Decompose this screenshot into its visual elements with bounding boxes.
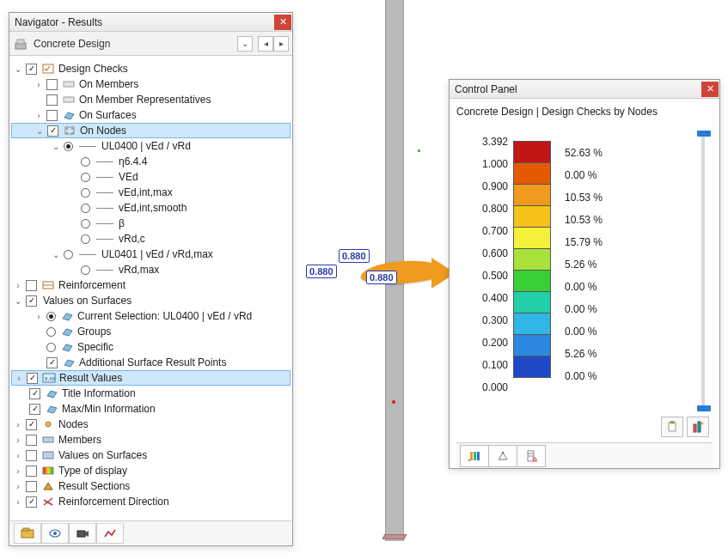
value-label-3[interactable]: 0.880 xyxy=(366,271,397,284)
tab-color-scale[interactable] xyxy=(460,445,489,467)
tree-item-reinf-direction[interactable]: › Reinforcement Direction xyxy=(11,494,291,509)
expand-toggle[interactable]: ⌄ xyxy=(51,249,61,259)
checkbox[interactable] xyxy=(29,388,40,399)
tab-visibility-button[interactable] xyxy=(41,523,69,544)
expand-toggle[interactable]: › xyxy=(34,110,44,120)
legend-swatch[interactable] xyxy=(513,184,551,206)
legend-swatch[interactable] xyxy=(513,356,551,378)
expand-toggle[interactable]: ⌄ xyxy=(13,295,23,306)
tree-item-on-members[interactable]: › On Members xyxy=(11,76,291,92)
checkbox[interactable] xyxy=(29,404,40,415)
navigator-close-button[interactable]: ✕ xyxy=(274,15,291,30)
tree-item-specific[interactable]: Specific xyxy=(11,339,291,355)
checkbox[interactable] xyxy=(26,466,37,477)
radio-button[interactable] xyxy=(64,250,73,259)
legend-swatch[interactable] xyxy=(513,162,551,185)
radio-button[interactable] xyxy=(81,204,90,213)
scale-options-button[interactable] xyxy=(687,417,709,437)
model-viewport[interactable]: 0.880 0.880 0.880 xyxy=(308,0,458,560)
expand-toggle[interactable]: › xyxy=(13,280,23,290)
tab-factors[interactable] xyxy=(488,445,517,467)
checkbox[interactable] xyxy=(26,496,37,508)
expand-toggle[interactable]: › xyxy=(34,79,44,89)
checkbox[interactable] xyxy=(26,435,37,446)
tree-item-vrdc[interactable]: vRd,c xyxy=(11,231,291,247)
tree-item-eta[interactable]: η6.4.4 xyxy=(11,154,291,169)
tree-item-vedintmax[interactable]: vEd,int,max xyxy=(11,185,291,200)
expand-toggle[interactable]: › xyxy=(13,450,23,460)
checkbox[interactable] xyxy=(47,125,58,137)
tree-item-ul0400[interactable]: ⌄ UL0400 | vEd / vRd xyxy=(11,138,291,154)
clipboard-button[interactable] xyxy=(661,417,683,437)
expand-toggle[interactable]: ⌄ xyxy=(13,64,23,74)
tree-item-result-sections[interactable]: › Result Sections xyxy=(11,478,291,494)
tree-item-ul0401[interactable]: ⌄ UL0401 | vEd / vRd,max xyxy=(11,247,291,262)
checkbox[interactable] xyxy=(26,450,37,461)
expand-toggle[interactable]: › xyxy=(13,419,23,429)
range-slider-track[interactable] xyxy=(701,133,705,409)
tab-results-button[interactable] xyxy=(96,523,124,544)
tab-filter[interactable] xyxy=(517,445,546,467)
value-label-1[interactable]: 0.880 xyxy=(306,265,337,278)
expand-toggle[interactable]: › xyxy=(13,466,23,476)
tree-item-members[interactable]: › Members xyxy=(11,432,291,447)
legend-swatch[interactable] xyxy=(513,270,551,292)
tree-item-design-checks[interactable]: ⌄ Design Checks xyxy=(11,61,291,76)
expand-toggle[interactable]: › xyxy=(13,496,23,507)
radio-button[interactable] xyxy=(64,142,73,151)
legend-swatch[interactable] xyxy=(513,227,551,249)
expand-toggle[interactable]: › xyxy=(34,311,44,321)
legend-swatch[interactable] xyxy=(513,313,551,335)
control-panel-close-button[interactable]: ✕ xyxy=(701,82,719,97)
nav-prev-button[interactable]: ◂ xyxy=(258,36,273,52)
tree-item-type-of-display[interactable]: › Type of display xyxy=(11,463,291,478)
navigator-titlebar[interactable]: Navigator - Results ✕ xyxy=(9,13,292,32)
tree-item-result-values[interactable]: › x.xx Result Values xyxy=(11,370,291,386)
navigator-category-label[interactable]: Concrete Design xyxy=(34,38,232,50)
checkbox[interactable] xyxy=(26,419,37,430)
radio-button[interactable] xyxy=(46,312,56,321)
checkbox[interactable] xyxy=(46,357,58,368)
radio-button[interactable] xyxy=(81,234,90,244)
tree-item-on-nodes[interactable]: ⌄ On Nodes xyxy=(11,123,291,138)
tree-item-ved[interactable]: VEd xyxy=(11,169,291,185)
tree-item-vrdmax[interactable]: vRd,max xyxy=(11,262,291,277)
tab-views-button[interactable] xyxy=(14,523,41,544)
radio-button[interactable] xyxy=(81,157,90,167)
navigator-tree[interactable]: ⌄ Design Checks › On Members On Member R… xyxy=(11,58,291,518)
expand-toggle[interactable]: › xyxy=(13,435,23,445)
tree-item-values-on-surfaces2[interactable]: › Values on Surfaces xyxy=(11,447,291,463)
tree-item-nodes[interactable]: › Nodes xyxy=(11,417,291,432)
tree-item-on-member-reps[interactable]: On Member Representatives xyxy=(11,92,291,107)
legend-swatch[interactable] xyxy=(513,334,551,356)
radio-button[interactable] xyxy=(81,265,90,275)
tree-item-maxmin[interactable]: Max/Min Information xyxy=(11,401,291,417)
tree-item-groups[interactable]: Groups xyxy=(11,324,291,339)
range-slider-max-handle[interactable] xyxy=(697,131,711,137)
legend-swatch[interactable] xyxy=(513,291,551,313)
tree-item-reinforcement[interactable]: › Reinforcement xyxy=(11,277,291,293)
radio-button[interactable] xyxy=(81,219,90,228)
radio-button[interactable] xyxy=(46,327,56,337)
tree-item-addl-surface-pts[interactable]: Additional Surface Result Points xyxy=(11,355,291,370)
control-panel-titlebar[interactable]: Control Panel ✕ xyxy=(450,80,719,99)
nav-next-button[interactable]: ▸ xyxy=(273,36,289,52)
radio-button[interactable] xyxy=(81,173,90,182)
expand-toggle[interactable]: › xyxy=(14,373,24,383)
checkbox[interactable] xyxy=(26,280,37,291)
expand-toggle[interactable]: ⌄ xyxy=(51,141,61,151)
expand-toggle[interactable]: ⌄ xyxy=(34,125,45,136)
tree-item-current-selection[interactable]: › Current Selection: UL0400 | vEd / vRd xyxy=(11,308,291,324)
tree-item-vedintsmooth[interactable]: vEd,int,smooth xyxy=(11,200,291,216)
tab-camera-button[interactable] xyxy=(69,523,96,544)
checkbox[interactable] xyxy=(26,481,37,492)
value-label-2[interactable]: 0.880 xyxy=(339,249,370,263)
tree-item-title-info[interactable]: Title Information xyxy=(11,386,291,401)
checkbox[interactable] xyxy=(46,110,58,121)
tree-item-values-on-surfaces[interactable]: ⌄ Values on Surfaces xyxy=(11,293,291,308)
legend-swatch[interactable] xyxy=(513,141,551,163)
checkbox[interactable] xyxy=(26,295,37,307)
category-dropdown[interactable]: ⌄ xyxy=(237,36,253,52)
checkbox[interactable] xyxy=(26,64,37,75)
tree-item-beta[interactable]: β xyxy=(11,216,291,231)
